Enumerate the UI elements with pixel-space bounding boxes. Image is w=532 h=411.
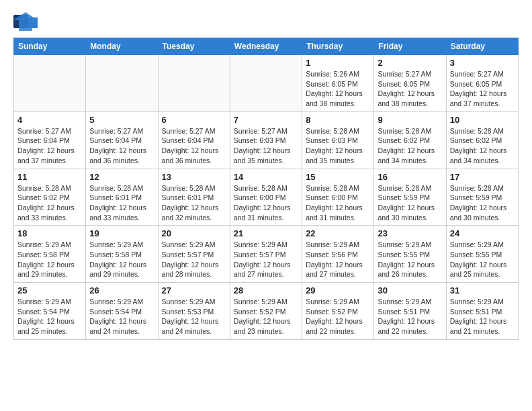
calendar-cell: 26Sunrise: 5:29 AM Sunset: 5:54 PM Dayli… [86, 283, 158, 340]
calendar-cell: 16Sunrise: 5:28 AM Sunset: 5:59 PM Dayli… [374, 169, 446, 226]
day-info: Sunrise: 5:29 AM Sunset: 5:54 PM Dayligh… [17, 297, 82, 336]
day-number: 26 [89, 285, 154, 295]
calendar-cell: 15Sunrise: 5:28 AM Sunset: 6:00 PM Dayli… [302, 169, 374, 226]
calendar-cell: 20Sunrise: 5:29 AM Sunset: 5:57 PM Dayli… [158, 226, 230, 283]
day-number: 4 [17, 115, 82, 125]
calendar-week-row: 4Sunrise: 5:27 AM Sunset: 6:04 PM Daylig… [14, 111, 519, 169]
calendar-cell: 30Sunrise: 5:29 AM Sunset: 5:51 PM Dayli… [374, 283, 446, 340]
calendar-cell: 31Sunrise: 5:29 AM Sunset: 5:51 PM Dayli… [446, 283, 518, 340]
day-info: Sunrise: 5:27 AM Sunset: 6:04 PM Dayligh… [162, 126, 226, 166]
calendar-cell: 12Sunrise: 5:28 AM Sunset: 6:01 PM Dayli… [86, 169, 158, 226]
calendar-table: SundayMondayTuesdayWednesdayThursdayFrid… [13, 38, 519, 340]
calendar-cell [86, 55, 158, 112]
day-info: Sunrise: 5:28 AM Sunset: 6:03 PM Dayligh… [306, 126, 370, 166]
day-number: 22 [306, 228, 370, 238]
day-info: Sunrise: 5:28 AM Sunset: 6:02 PM Dayligh… [17, 183, 82, 223]
calendar-cell: 14Sunrise: 5:28 AM Sunset: 6:00 PM Dayli… [230, 169, 302, 226]
day-number: 24 [450, 228, 515, 238]
day-info: Sunrise: 5:29 AM Sunset: 5:51 PM Dayligh… [378, 297, 442, 336]
calendar-cell: 6Sunrise: 5:27 AM Sunset: 6:04 PM Daylig… [158, 111, 230, 169]
day-number: 17 [450, 172, 515, 182]
day-info: Sunrise: 5:28 AM Sunset: 5:59 PM Dayligh… [378, 183, 442, 223]
day-info: Sunrise: 5:29 AM Sunset: 5:55 PM Dayligh… [378, 240, 442, 279]
calendar-week-row: 18Sunrise: 5:29 AM Sunset: 5:58 PM Dayli… [14, 226, 519, 283]
day-info: Sunrise: 5:29 AM Sunset: 5:52 PM Dayligh… [306, 297, 370, 336]
day-info: Sunrise: 5:29 AM Sunset: 5:58 PM Dayligh… [17, 240, 82, 279]
calendar-cell [158, 55, 230, 112]
day-info: Sunrise: 5:27 AM Sunset: 6:04 PM Dayligh… [89, 126, 154, 166]
day-number: 5 [89, 115, 154, 125]
day-info: Sunrise: 5:28 AM Sunset: 6:02 PM Dayligh… [378, 126, 442, 166]
calendar-cell: 10Sunrise: 5:28 AM Sunset: 6:02 PM Dayli… [446, 111, 518, 169]
day-number: 16 [378, 172, 442, 182]
day-info: Sunrise: 5:28 AM Sunset: 5:59 PM Dayligh… [450, 183, 515, 223]
day-number: 7 [234, 115, 298, 125]
calendar-cell: 5Sunrise: 5:27 AM Sunset: 6:04 PM Daylig… [86, 111, 158, 169]
day-number: 15 [306, 172, 370, 182]
day-number: 13 [162, 172, 226, 182]
day-info: Sunrise: 5:28 AM Sunset: 6:02 PM Dayligh… [450, 126, 515, 166]
calendar-cell: 21Sunrise: 5:29 AM Sunset: 5:57 PM Dayli… [230, 226, 302, 283]
day-number: 20 [162, 228, 226, 238]
day-info: Sunrise: 5:29 AM Sunset: 5:58 PM Dayligh… [89, 240, 154, 279]
calendar-cell: 4Sunrise: 5:27 AM Sunset: 6:04 PM Daylig… [14, 111, 86, 169]
day-info: Sunrise: 5:29 AM Sunset: 5:54 PM Dayligh… [89, 297, 154, 336]
day-number: 19 [89, 228, 154, 238]
calendar-cell: 28Sunrise: 5:29 AM Sunset: 5:52 PM Dayli… [230, 283, 302, 340]
day-info: Sunrise: 5:29 AM Sunset: 5:57 PM Dayligh… [162, 240, 226, 279]
calendar-cell: 1Sunrise: 5:26 AM Sunset: 6:05 PM Daylig… [302, 55, 374, 112]
calendar-week-row: 11Sunrise: 5:28 AM Sunset: 6:02 PM Dayli… [14, 169, 519, 226]
calendar-cell: 29Sunrise: 5:29 AM Sunset: 5:52 PM Dayli… [302, 283, 374, 340]
calendar-cell: 7Sunrise: 5:27 AM Sunset: 6:03 PM Daylig… [230, 111, 302, 169]
page-header [13, 11, 519, 32]
day-header-saturday: Saturday [446, 38, 518, 55]
day-number: 29 [306, 285, 370, 295]
day-info: Sunrise: 5:28 AM Sunset: 6:00 PM Dayligh… [306, 183, 370, 223]
day-header-sunday: Sunday [14, 38, 86, 55]
calendar-header-row: SundayMondayTuesdayWednesdayThursdayFrid… [14, 38, 519, 55]
calendar-week-row: 1Sunrise: 5:26 AM Sunset: 6:05 PM Daylig… [14, 55, 519, 112]
calendar-cell: 2Sunrise: 5:27 AM Sunset: 6:05 PM Daylig… [374, 55, 446, 112]
calendar-cell: 18Sunrise: 5:29 AM Sunset: 5:58 PM Dayli… [14, 226, 86, 283]
day-number: 11 [17, 172, 82, 182]
day-header-tuesday: Tuesday [158, 38, 230, 55]
day-info: Sunrise: 5:26 AM Sunset: 6:05 PM Dayligh… [306, 69, 370, 109]
calendar-cell: 17Sunrise: 5:28 AM Sunset: 5:59 PM Dayli… [446, 169, 518, 226]
day-info: Sunrise: 5:27 AM Sunset: 6:05 PM Dayligh… [450, 69, 515, 109]
day-header-monday: Monday [86, 38, 158, 55]
day-info: Sunrise: 5:29 AM Sunset: 5:53 PM Dayligh… [162, 297, 226, 336]
day-number: 30 [378, 285, 442, 295]
day-info: Sunrise: 5:29 AM Sunset: 5:52 PM Dayligh… [234, 297, 298, 336]
calendar-cell: 3Sunrise: 5:27 AM Sunset: 6:05 PM Daylig… [446, 55, 518, 112]
day-number: 1 [306, 58, 370, 68]
logo-icon [13, 11, 38, 32]
day-number: 25 [17, 285, 82, 295]
calendar-week-row: 25Sunrise: 5:29 AM Sunset: 5:54 PM Dayli… [14, 283, 519, 340]
day-number: 2 [378, 58, 442, 68]
day-info: Sunrise: 5:29 AM Sunset: 5:56 PM Dayligh… [306, 240, 370, 279]
day-number: 9 [378, 115, 442, 125]
svg-marker-2 [28, 17, 38, 28]
day-info: Sunrise: 5:28 AM Sunset: 6:01 PM Dayligh… [162, 183, 226, 223]
day-info: Sunrise: 5:28 AM Sunset: 6:00 PM Dayligh… [234, 183, 298, 223]
logo [13, 11, 40, 32]
day-header-wednesday: Wednesday [230, 38, 302, 55]
day-info: Sunrise: 5:28 AM Sunset: 6:01 PM Dayligh… [89, 183, 154, 223]
day-number: 8 [306, 115, 370, 125]
calendar-cell [230, 55, 302, 112]
day-number: 31 [450, 285, 515, 295]
calendar-cell: 19Sunrise: 5:29 AM Sunset: 5:58 PM Dayli… [86, 226, 158, 283]
day-header-thursday: Thursday [302, 38, 374, 55]
calendar-cell: 25Sunrise: 5:29 AM Sunset: 5:54 PM Dayli… [14, 283, 86, 340]
day-info: Sunrise: 5:29 AM Sunset: 5:55 PM Dayligh… [450, 240, 515, 279]
calendar-cell: 11Sunrise: 5:28 AM Sunset: 6:02 PM Dayli… [14, 169, 86, 226]
calendar-cell [14, 55, 86, 112]
calendar-cell: 24Sunrise: 5:29 AM Sunset: 5:55 PM Dayli… [446, 226, 518, 283]
day-header-friday: Friday [374, 38, 446, 55]
calendar-cell: 27Sunrise: 5:29 AM Sunset: 5:53 PM Dayli… [158, 283, 230, 340]
day-info: Sunrise: 5:29 AM Sunset: 5:57 PM Dayligh… [234, 240, 298, 279]
calendar-cell: 23Sunrise: 5:29 AM Sunset: 5:55 PM Dayli… [374, 226, 446, 283]
day-number: 10 [450, 115, 515, 125]
day-number: 18 [17, 228, 82, 238]
calendar-cell: 13Sunrise: 5:28 AM Sunset: 6:01 PM Dayli… [158, 169, 230, 226]
